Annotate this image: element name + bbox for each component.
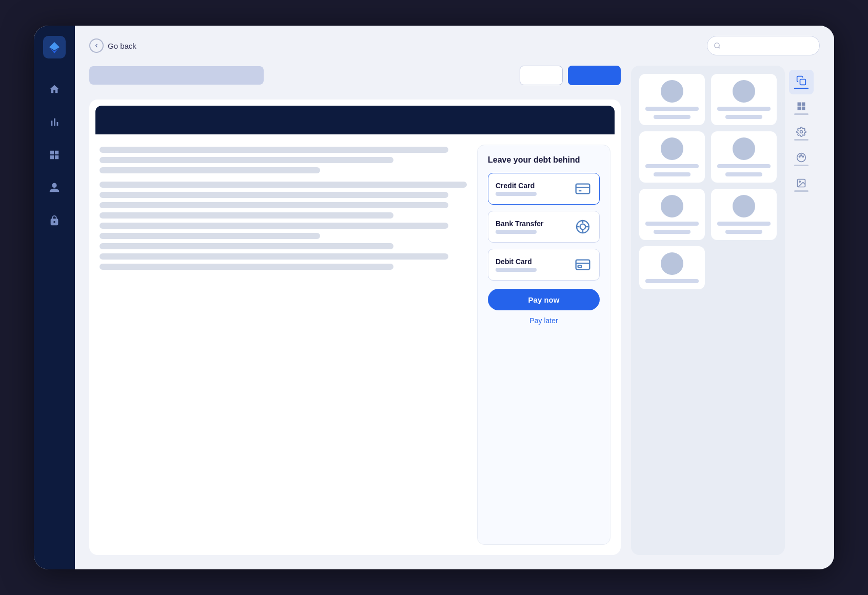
grid-item xyxy=(711,189,777,240)
text-line xyxy=(100,202,448,208)
grid-line xyxy=(654,115,691,119)
payment-title: Leave your debt behind xyxy=(488,155,600,165)
card-body: Leave your debt behind Credit Card xyxy=(89,134,621,555)
avatar xyxy=(733,195,755,217)
debit-card-icon xyxy=(574,255,592,274)
sidebar-item-users[interactable] xyxy=(45,179,64,197)
main-content: Go back xyxy=(75,26,834,569)
grid-col-1 xyxy=(639,74,705,547)
pay-now-button[interactable]: Pay now xyxy=(488,289,600,310)
grid-item xyxy=(639,246,705,289)
search-icon xyxy=(714,42,721,50)
grid-line xyxy=(645,164,699,168)
text-line xyxy=(100,192,448,198)
credit-card-sub xyxy=(496,192,537,196)
text-line xyxy=(100,264,393,270)
grid-item xyxy=(711,74,777,125)
credit-card-icon xyxy=(574,180,592,198)
sidebar xyxy=(34,26,75,569)
go-back-button[interactable]: Go back xyxy=(89,38,136,53)
page-top-row xyxy=(89,66,621,85)
grid-item xyxy=(639,131,705,183)
svg-rect-12 xyxy=(576,260,590,270)
sidebar-item-home[interactable] xyxy=(45,80,64,98)
text-line xyxy=(100,223,448,229)
grid-area xyxy=(639,74,777,547)
right-grid-panel xyxy=(631,66,785,555)
right-toolbar xyxy=(789,66,820,555)
grid-line xyxy=(725,230,763,234)
payment-option-debit-card[interactable]: Debit Card xyxy=(488,249,600,281)
pay-later-link[interactable]: Pay later xyxy=(488,316,600,325)
text-line xyxy=(100,253,448,260)
search-bar[interactable] xyxy=(707,36,820,55)
toolbar-copy-button[interactable] xyxy=(789,70,814,94)
grid-line xyxy=(717,222,771,226)
go-back-label: Go back xyxy=(108,42,136,50)
svg-point-7 xyxy=(580,224,586,230)
grid-col-2 xyxy=(711,74,777,547)
topbar: Go back xyxy=(75,26,834,66)
toolbar-palette-button[interactable] xyxy=(789,147,814,171)
avatar xyxy=(661,80,683,103)
search-input[interactable] xyxy=(725,42,813,50)
grid-item xyxy=(639,74,705,125)
content-area: Leave your debt behind Credit Card xyxy=(75,66,834,569)
text-line xyxy=(100,147,448,153)
toolbar-image-button[interactable] xyxy=(789,172,814,197)
svg-rect-14 xyxy=(578,265,582,267)
svg-line-2 xyxy=(719,47,720,49)
action-buttons xyxy=(520,66,621,85)
bank-transfer-label: Bank Transfer xyxy=(496,220,543,228)
toolbar-settings-button[interactable] xyxy=(789,121,814,146)
svg-point-18 xyxy=(799,156,800,157)
payment-panel: Leave your debt behind Credit Card xyxy=(477,145,610,545)
payment-option-credit-card[interactable]: Credit Card xyxy=(488,173,600,205)
grid-item xyxy=(639,189,705,240)
svg-point-19 xyxy=(801,154,802,156)
bank-transfer-sub xyxy=(496,230,537,234)
debit-card-label: Debit Card xyxy=(496,257,537,266)
right-section xyxy=(631,66,820,555)
sidebar-item-dashboard[interactable] xyxy=(45,146,64,164)
sidebar-item-analytics[interactable] xyxy=(45,113,64,131)
debit-card-sub xyxy=(496,268,537,272)
credit-card-label: Credit Card xyxy=(496,182,537,190)
grid-line xyxy=(717,107,771,111)
svg-rect-15 xyxy=(800,79,806,85)
avatar xyxy=(733,80,755,103)
primary-button[interactable] xyxy=(568,66,621,85)
toolbar-grid-button[interactable] xyxy=(789,95,814,120)
svg-point-1 xyxy=(715,43,719,48)
grid-line xyxy=(725,172,763,176)
grid-line xyxy=(654,230,691,234)
main-card: Leave your debt behind Credit Card xyxy=(89,100,621,555)
text-line xyxy=(100,157,393,163)
text-line xyxy=(100,243,393,249)
left-panel: Leave your debt behind Credit Card xyxy=(89,66,621,555)
sidebar-item-security[interactable] xyxy=(45,211,64,230)
avatar xyxy=(733,137,755,160)
bank-transfer-icon xyxy=(574,217,592,236)
grid-item xyxy=(711,131,777,183)
content-text-lines xyxy=(100,145,467,545)
text-line xyxy=(100,167,320,173)
svg-point-22 xyxy=(799,181,801,182)
logo xyxy=(43,36,66,66)
grid-line xyxy=(725,115,763,119)
card-header xyxy=(95,106,615,134)
grid-line xyxy=(645,222,699,226)
svg-rect-3 xyxy=(576,184,590,194)
payment-option-bank-transfer[interactable]: Bank Transfer xyxy=(488,211,600,243)
text-line xyxy=(100,212,393,219)
outline-button[interactable] xyxy=(520,66,563,85)
grid-line xyxy=(645,107,699,111)
avatar xyxy=(661,195,683,217)
svg-point-20 xyxy=(802,156,804,157)
avatar xyxy=(661,252,683,275)
breadcrumb xyxy=(89,66,264,85)
svg-point-16 xyxy=(800,130,803,133)
avatar xyxy=(661,137,683,160)
text-line xyxy=(100,233,320,239)
grid-line xyxy=(717,164,771,168)
